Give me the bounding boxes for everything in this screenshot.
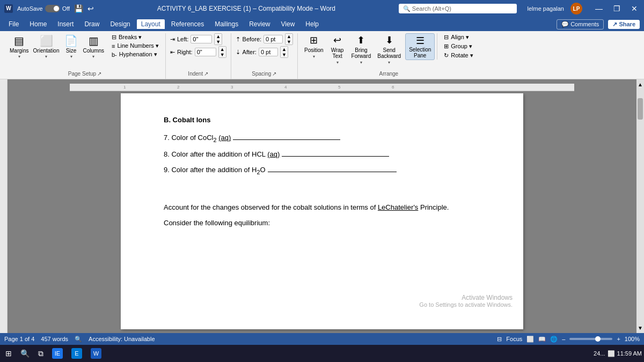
share-button[interactable]: ↗ Share: [608, 20, 640, 29]
autosave-toggle[interactable]: [45, 5, 60, 12]
close-btn[interactable]: ✕: [629, 4, 640, 13]
view-web-icon[interactable]: 🌐: [550, 336, 558, 343]
taskbar-app-3[interactable]: W: [87, 347, 105, 360]
menu-design[interactable]: Design: [106, 19, 134, 29]
spacing-after-up[interactable]: ▲: [281, 47, 288, 52]
hyphenation-button[interactable]: b‐ Hyphenation ▾: [109, 50, 161, 58]
start-button[interactable]: ⊞: [2, 348, 15, 359]
spacing-before-down[interactable]: ▼: [286, 39, 292, 45]
taskbar-app-2[interactable]: E: [68, 347, 85, 360]
search-button[interactable]: 🔍: [17, 348, 33, 359]
line-numbers-button[interactable]: ≡ Line Numbers ▾: [109, 42, 161, 50]
status-bar: Page 1 of 4 457 words 🔍 Accessibility: U…: [0, 333, 644, 345]
document-area: 1 2 3 4 5 6 B. Cobalt Ions 7. Color of C…: [0, 79, 644, 333]
position-button[interactable]: ⊞ Position ▾: [302, 33, 326, 60]
bring-forward-button[interactable]: ⬆ BringForward ▾: [349, 33, 374, 66]
page-setup-content: ▤ Margins ▾ ⬜ Orientation ▾ 📄 Size ▾ ▥ C…: [9, 33, 161, 70]
save-icon[interactable]: 💾: [74, 4, 83, 13]
spacing-before-input[interactable]: [264, 35, 283, 43]
menu-insert[interactable]: Insert: [53, 19, 78, 29]
indent-left-input[interactable]: [191, 35, 212, 43]
comments-button[interactable]: 💬 Comments: [557, 19, 604, 29]
rotate-button[interactable]: ↻ Rotate ▾: [442, 51, 475, 60]
focus-icon[interactable]: ⊟: [497, 336, 502, 343]
menu-layout[interactable]: Layout: [137, 19, 165, 29]
spacing-before-spinner[interactable]: ▲ ▼: [285, 33, 293, 45]
spacing-after-down[interactable]: ▼: [281, 52, 288, 57]
indent-right-up[interactable]: ▲: [219, 47, 226, 52]
page-setup-expand-icon[interactable]: ↗: [97, 71, 101, 77]
show-desktop-btn[interactable]: ⬜: [608, 350, 615, 357]
wrap-label: WrapText: [331, 47, 344, 59]
indent-right-spinner[interactable]: ▲ ▼: [218, 46, 226, 58]
vertical-ruler: [0, 79, 8, 333]
indent-left-spinner[interactable]: ▲ ▼: [214, 33, 222, 45]
menu-review[interactable]: Review: [245, 19, 274, 29]
ribbon-group-arrange: ⊞ Position ▾ ↩ WrapText ▾ ⬆ BringForward…: [298, 33, 480, 79]
search-box[interactable]: 🔍 Search (Alt+Q): [399, 4, 517, 13]
zoom-out-btn[interactable]: –: [562, 336, 565, 342]
indent-content: ⇥ Left: ▲ ▼ ⇤ Right: ▲ ▼: [170, 33, 226, 70]
scroll-down-btn[interactable]: ▼: [638, 325, 643, 331]
scroll-thumb[interactable]: [638, 98, 643, 120]
margins-button[interactable]: ▤ Margins ▾: [9, 33, 30, 60]
send-backward-button[interactable]: ⬇ SendBackward ▾: [375, 33, 403, 66]
margins-icon: ▤: [14, 34, 24, 47]
document-content: B. Cobalt Ions 7. Color of CoCl2 (aq) 8.…: [164, 115, 480, 229]
horizontal-ruler: 1 2 3 4 5 6: [70, 84, 574, 91]
spacing-before-up[interactable]: ▲: [286, 34, 292, 39]
orientation-button[interactable]: ⬜ Orientation ▾: [32, 33, 61, 60]
menu-references[interactable]: References: [167, 19, 208, 29]
status-right: ⊟ Focus ⬜ 📖 🌐 – + 100%: [497, 336, 640, 343]
breaks-label: Breaks ▾: [119, 34, 142, 41]
columns-label: Columns: [83, 48, 104, 54]
menu-mailings[interactable]: Mailings: [210, 19, 243, 29]
orientation-label: Orientation: [33, 48, 60, 54]
menu-view[interactable]: View: [277, 19, 299, 29]
indent-expand-icon[interactable]: ↗: [204, 71, 208, 77]
minimize-btn[interactable]: —: [593, 4, 605, 13]
view-normal-icon[interactable]: ⬜: [526, 336, 534, 343]
menu-home[interactable]: Home: [25, 19, 51, 29]
send-backward-label: SendBackward: [377, 47, 401, 59]
spacing-after-spinner[interactable]: ▲ ▼: [280, 46, 288, 58]
doc-line-9: 9. Color after the addition of H2O: [164, 165, 480, 177]
spacing-after-input[interactable]: [259, 48, 278, 56]
breaks-button[interactable]: ⊟ Breaks ▾: [109, 33, 161, 41]
doc-scroll-area[interactable]: 1 2 3 4 5 6 B. Cobalt Ions 7. Color of C…: [8, 79, 636, 333]
spacing-expand-icon[interactable]: ↗: [272, 71, 276, 77]
task-view-btn[interactable]: ⧉: [35, 348, 47, 359]
zoom-slider[interactable]: [569, 338, 612, 340]
menu-file[interactable]: File: [4, 19, 23, 29]
indent-right-input[interactable]: [195, 48, 216, 56]
align-button[interactable]: ⊟ Align ▾: [442, 33, 471, 41]
indent-left-up[interactable]: ▲: [215, 34, 222, 39]
group-button[interactable]: ⊞ Group ▾: [442, 42, 474, 50]
zoom-in-btn[interactable]: +: [617, 336, 620, 342]
taskbar-app-1[interactable]: IE: [49, 347, 66, 360]
scroll-up-btn[interactable]: ▲: [638, 82, 643, 87]
selection-pane-button[interactable]: ☰ SelectionPane: [405, 33, 435, 60]
size-button[interactable]: 📄 Size ▾: [63, 33, 80, 60]
view-read-icon[interactable]: 📖: [538, 336, 546, 343]
menu-draw[interactable]: Draw: [80, 19, 104, 29]
indent-left-label: Left:: [177, 36, 188, 42]
scrollbar-right[interactable]: ▲ ▼: [636, 79, 644, 333]
title-bar: W AutoSave Off 💾 ↩ ACTIVITY 6_LAB EXERCI…: [0, 0, 644, 17]
line8-text: 8. Color after the addition of HCL (aq): [164, 149, 280, 160]
word-icon: W: [4, 4, 13, 13]
menu-help[interactable]: Help: [301, 19, 323, 29]
breaks-icon: ⊟: [112, 34, 116, 41]
arrange-group-label: Arrange: [379, 71, 399, 77]
focus-label[interactable]: Focus: [506, 336, 522, 342]
undo-icon[interactable]: ↩: [87, 4, 94, 13]
indent-right-down[interactable]: ▼: [219, 52, 226, 57]
ribbon-group-indent: ⇥ Left: ▲ ▼ ⇤ Right: ▲ ▼: [166, 33, 231, 79]
taskbar-icon-2: E: [71, 348, 82, 359]
restore-btn[interactable]: ❐: [611, 4, 623, 13]
indent-left-down[interactable]: ▼: [215, 39, 222, 45]
zoom-percent: 100%: [625, 336, 640, 342]
title-bar-left: W AutoSave Off 💾 ↩: [4, 4, 94, 13]
wrap-text-button[interactable]: ↩ WrapText ▾: [328, 33, 347, 66]
columns-button[interactable]: ▥ Columns ▾: [82, 33, 105, 60]
